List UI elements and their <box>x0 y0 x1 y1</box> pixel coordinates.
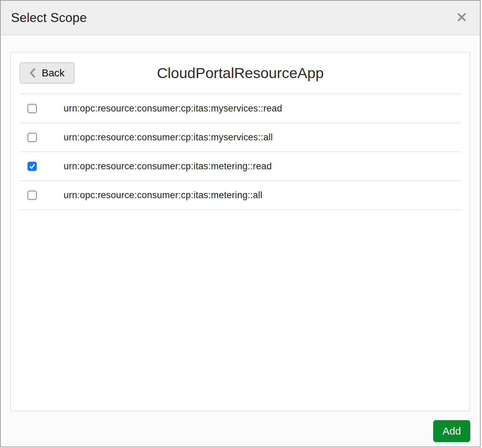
panel-header: Back CloudPortalResourceApp <box>20 62 461 84</box>
scope-row: urn:opc:resource:consumer:cp:itas:meteri… <box>20 181 461 210</box>
scope-label: urn:opc:resource:consumer:cp:itas:myserv… <box>64 103 282 114</box>
checkmark-icon <box>29 163 36 170</box>
back-button-label: Back <box>42 67 65 79</box>
scope-checkbox[interactable] <box>28 162 37 171</box>
dialog-body: Back CloudPortalResourceApp urn:opc:reso… <box>1 35 480 447</box>
scope-checkbox[interactable] <box>28 191 37 200</box>
scope-row: urn:opc:resource:consumer:cp:itas:myserv… <box>20 123 461 152</box>
resource-app-title: CloudPortalResourceApp <box>20 62 461 84</box>
dialog-footer: Add <box>10 411 470 442</box>
dialog-header: Select Scope <box>1 1 480 35</box>
close-icon <box>457 12 467 24</box>
scope-label: urn:opc:resource:consumer:cp:itas:meteri… <box>64 161 272 172</box>
scope-list: urn:opc:resource:consumer:cp:itas:myserv… <box>20 94 461 210</box>
close-button[interactable] <box>454 10 470 26</box>
scope-label: urn:opc:resource:consumer:cp:itas:meteri… <box>64 190 262 201</box>
scope-row: urn:opc:resource:consumer:cp:itas:meteri… <box>20 152 461 181</box>
scope-checkbox[interactable] <box>28 104 37 113</box>
scope-row: urn:opc:resource:consumer:cp:itas:myserv… <box>20 94 461 123</box>
dialog-title: Select Scope <box>11 11 87 25</box>
select-scope-dialog: Select Scope Back <box>0 0 481 447</box>
scope-label: urn:opc:resource:consumer:cp:itas:myserv… <box>64 132 273 143</box>
scope-checkbox[interactable] <box>28 133 37 142</box>
scope-panel: Back CloudPortalResourceApp urn:opc:reso… <box>10 52 470 411</box>
add-button[interactable]: Add <box>433 420 470 442</box>
chevron-left-icon <box>30 68 36 78</box>
back-button[interactable]: Back <box>20 62 75 84</box>
